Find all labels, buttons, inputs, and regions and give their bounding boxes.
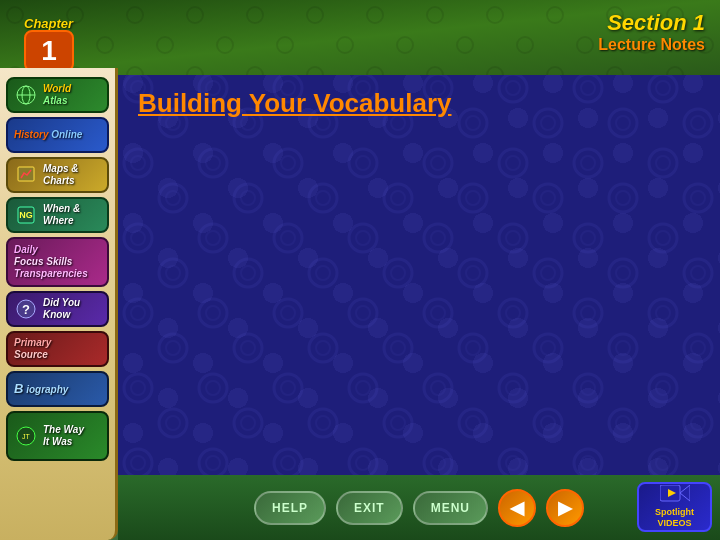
header: Chapter 1 Section 1 Lecture Notes [0,0,720,75]
main-content-area: Building Your Vocabulary [118,68,720,475]
sidebar-item-primary-source[interactable]: Primary Source [6,331,109,367]
svg-text:JT: JT [22,433,31,440]
spotlight-label: Spotlight VIDEOS [655,507,694,529]
primary-source-text: Primary Source [14,337,51,361]
way-icon: JT [14,424,38,448]
sidebar-item-biography[interactable]: B iography [6,371,109,407]
sidebar: World Atlas History Online Maps & Charts [0,68,118,540]
sidebar-item-when-where[interactable]: NG When & Where [6,197,109,233]
svg-text:NG: NG [19,210,33,220]
way-it-was-text: The Way It Was [43,424,84,448]
section-number: Section 1 [598,10,705,36]
daily-focus-text: Daily Focus Skills Transparencies [14,244,88,280]
prev-button[interactable]: ◀ [498,489,536,527]
world-atlas-text: World Atlas [43,83,71,107]
lecture-notes-label: Lecture Notes [598,36,705,54]
svg-text:?: ? [22,302,30,317]
menu-button[interactable]: MENU [413,491,488,525]
history-online-text: History Online [14,129,82,141]
content-background: Building Your Vocabulary [118,68,720,475]
sidebar-item-maps-charts[interactable]: Maps & Charts [6,157,109,193]
section-title: Section 1 Lecture Notes [598,10,705,54]
app-container: Chapter 1 Section 1 Lecture Notes World … [0,0,720,540]
sidebar-item-history-online[interactable]: History Online [6,117,109,153]
bottom-navigation: HELP EXIT MENU ◀ ▶ [118,475,720,540]
globe-icon [14,83,38,107]
chapter-badge: Chapter 1 [10,8,80,68]
spotlight-videos-button[interactable]: Spotlight VIDEOS [637,482,712,532]
content-title: Building Your Vocabulary [138,88,452,119]
svg-rect-23 [118,68,720,475]
chapter-label: Chapter [24,16,73,31]
exit-button[interactable]: EXIT [336,491,403,525]
sidebar-item-world-atlas[interactable]: World Atlas [6,77,109,113]
when-where-text: When & Where [43,203,101,227]
when-where-icon: NG [14,203,38,227]
maps-charts-text: Maps & Charts [43,163,101,187]
did-you-know-text: Did You Know [43,297,101,321]
question-icon: ? [14,297,38,321]
sidebar-item-did-you-know[interactable]: ? Did You Know [6,291,109,327]
next-button[interactable]: ▶ [546,489,584,527]
sidebar-item-daily-focus[interactable]: Daily Focus Skills Transparencies [6,237,109,287]
chapter-number: 1 [24,30,74,72]
biography-text: B iography [14,381,68,397]
svg-marker-25 [680,485,690,501]
map-icon [14,163,38,187]
help-button[interactable]: HELP [254,491,326,525]
sidebar-item-the-way-it-was[interactable]: JT The Way It Was [6,411,109,461]
